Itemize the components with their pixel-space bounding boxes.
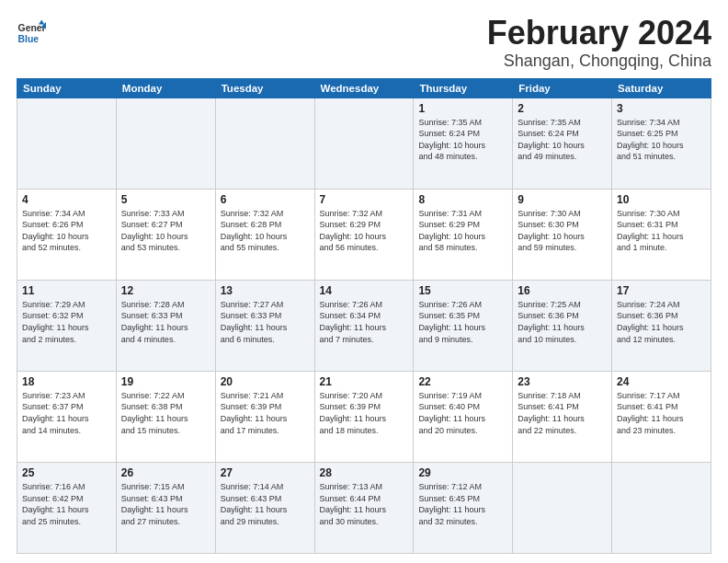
calendar-row-5: 25Sunrise: 7:16 AM Sunset: 6:42 PM Dayli… <box>17 462 711 553</box>
calendar-cell: 20Sunrise: 7:21 AM Sunset: 6:39 PM Dayli… <box>215 371 314 462</box>
header-sunday: Sunday <box>17 78 117 98</box>
calendar-cell: 14Sunrise: 7:26 AM Sunset: 6:34 PM Dayli… <box>314 280 414 371</box>
calendar-cell: 26Sunrise: 7:15 AM Sunset: 6:43 PM Dayli… <box>116 462 215 553</box>
day-number: 24 <box>617 375 706 388</box>
day-number: 15 <box>418 284 507 297</box>
header-wednesday: Wednesday <box>314 78 414 98</box>
calendar-cell <box>17 98 117 189</box>
day-number: 21 <box>320 375 409 388</box>
calendar-row-2: 4Sunrise: 7:34 AM Sunset: 6:26 PM Daylig… <box>17 189 711 280</box>
calendar-cell: 28Sunrise: 7:13 AM Sunset: 6:44 PM Dayli… <box>314 462 414 553</box>
calendar-cell: 12Sunrise: 7:28 AM Sunset: 6:33 PM Dayli… <box>116 280 215 371</box>
calendar-cell: 21Sunrise: 7:20 AM Sunset: 6:39 PM Dayli… <box>314 371 414 462</box>
calendar-cell: 24Sunrise: 7:17 AM Sunset: 6:41 PM Dayli… <box>612 371 711 462</box>
header-friday: Friday <box>513 78 612 98</box>
calendar-cell: 19Sunrise: 7:22 AM Sunset: 6:38 PM Dayli… <box>116 371 215 462</box>
svg-marker-2 <box>39 20 44 25</box>
day-number: 7 <box>320 193 409 206</box>
day-info: Sunrise: 7:32 AM Sunset: 6:28 PM Dayligh… <box>221 208 310 254</box>
day-number: 3 <box>617 102 706 115</box>
calendar-cell: 10Sunrise: 7:30 AM Sunset: 6:31 PM Dayli… <box>612 189 711 280</box>
logo: General Blue <box>17 18 46 48</box>
calendar-cell: 9Sunrise: 7:30 AM Sunset: 6:30 PM Daylig… <box>513 189 612 280</box>
day-info: Sunrise: 7:35 AM Sunset: 6:24 PM Dayligh… <box>518 117 607 163</box>
day-info: Sunrise: 7:32 AM Sunset: 6:29 PM Dayligh… <box>320 208 409 254</box>
day-info: Sunrise: 7:12 AM Sunset: 6:45 PM Dayligh… <box>418 481 507 527</box>
day-info: Sunrise: 7:19 AM Sunset: 6:40 PM Dayligh… <box>418 390 507 436</box>
day-number: 9 <box>518 193 607 206</box>
day-number: 19 <box>121 375 210 388</box>
calendar-cell <box>116 98 215 189</box>
day-number: 20 <box>221 375 310 388</box>
calendar-cell: 17Sunrise: 7:24 AM Sunset: 6:36 PM Dayli… <box>612 280 711 371</box>
day-info: Sunrise: 7:21 AM Sunset: 6:39 PM Dayligh… <box>221 390 310 436</box>
day-info: Sunrise: 7:25 AM Sunset: 6:36 PM Dayligh… <box>518 299 607 345</box>
day-info: Sunrise: 7:31 AM Sunset: 6:29 PM Dayligh… <box>418 208 507 254</box>
header-section: General Blue February 2024 Shangan, Chon… <box>17 15 711 71</box>
calendar-row-4: 18Sunrise: 7:23 AM Sunset: 6:37 PM Dayli… <box>17 371 711 462</box>
calendar-cell: 13Sunrise: 7:27 AM Sunset: 6:33 PM Dayli… <box>215 280 314 371</box>
day-info: Sunrise: 7:26 AM Sunset: 6:35 PM Dayligh… <box>418 299 507 345</box>
day-number: 11 <box>22 284 111 297</box>
logo-icon: General Blue <box>17 18 46 48</box>
svg-text:General: General <box>18 23 46 33</box>
day-info: Sunrise: 7:18 AM Sunset: 6:41 PM Dayligh… <box>518 390 607 436</box>
day-info: Sunrise: 7:35 AM Sunset: 6:24 PM Dayligh… <box>418 117 507 163</box>
day-info: Sunrise: 7:27 AM Sunset: 6:33 PM Dayligh… <box>221 299 310 345</box>
location-title: Shangan, Chongqing, China <box>487 52 711 71</box>
calendar-cell: 18Sunrise: 7:23 AM Sunset: 6:37 PM Dayli… <box>17 371 117 462</box>
day-number: 12 <box>121 284 210 297</box>
calendar-cell <box>612 462 711 553</box>
day-number: 10 <box>617 193 706 206</box>
calendar-cell: 27Sunrise: 7:14 AM Sunset: 6:43 PM Dayli… <box>215 462 314 553</box>
calendar-cell: 7Sunrise: 7:32 AM Sunset: 6:29 PM Daylig… <box>314 189 414 280</box>
day-info: Sunrise: 7:26 AM Sunset: 6:34 PM Dayligh… <box>320 299 409 345</box>
calendar-header-row: Sunday Monday Tuesday Wednesday Thursday… <box>17 78 711 98</box>
day-number: 16 <box>518 284 607 297</box>
day-number: 23 <box>518 375 607 388</box>
header-saturday: Saturday <box>612 78 711 98</box>
calendar-cell: 5Sunrise: 7:33 AM Sunset: 6:27 PM Daylig… <box>116 189 215 280</box>
calendar-row-3: 11Sunrise: 7:29 AM Sunset: 6:32 PM Dayli… <box>17 280 711 371</box>
day-number: 5 <box>121 193 210 206</box>
day-info: Sunrise: 7:22 AM Sunset: 6:38 PM Dayligh… <box>121 390 210 436</box>
day-number: 28 <box>320 466 409 479</box>
day-info: Sunrise: 7:23 AM Sunset: 6:37 PM Dayligh… <box>22 390 111 436</box>
calendar-row-1: 1Sunrise: 7:35 AM Sunset: 6:24 PM Daylig… <box>17 98 711 189</box>
month-title: February 2024 <box>487 15 711 52</box>
calendar-cell: 4Sunrise: 7:34 AM Sunset: 6:26 PM Daylig… <box>17 189 117 280</box>
header-thursday: Thursday <box>414 78 513 98</box>
calendar-cell: 25Sunrise: 7:16 AM Sunset: 6:42 PM Dayli… <box>17 462 117 553</box>
header-monday: Monday <box>116 78 215 98</box>
day-number: 14 <box>320 284 409 297</box>
calendar-cell: 8Sunrise: 7:31 AM Sunset: 6:29 PM Daylig… <box>414 189 513 280</box>
day-number: 27 <box>221 466 310 479</box>
calendar-cell: 22Sunrise: 7:19 AM Sunset: 6:40 PM Dayli… <box>414 371 513 462</box>
day-number: 26 <box>121 466 210 479</box>
calendar-cell <box>513 462 612 553</box>
day-info: Sunrise: 7:33 AM Sunset: 6:27 PM Dayligh… <box>121 208 210 254</box>
title-section: February 2024 Shangan, Chongqing, China <box>487 15 711 71</box>
day-info: Sunrise: 7:30 AM Sunset: 6:30 PM Dayligh… <box>518 208 607 254</box>
day-info: Sunrise: 7:20 AM Sunset: 6:39 PM Dayligh… <box>320 390 409 436</box>
calendar-cell: 11Sunrise: 7:29 AM Sunset: 6:32 PM Dayli… <box>17 280 117 371</box>
header-tuesday: Tuesday <box>215 78 314 98</box>
calendar-cell: 3Sunrise: 7:34 AM Sunset: 6:25 PM Daylig… <box>612 98 711 189</box>
day-info: Sunrise: 7:24 AM Sunset: 6:36 PM Dayligh… <box>617 299 706 345</box>
day-info: Sunrise: 7:15 AM Sunset: 6:43 PM Dayligh… <box>121 481 210 527</box>
calendar-cell: 6Sunrise: 7:32 AM Sunset: 6:28 PM Daylig… <box>215 189 314 280</box>
day-info: Sunrise: 7:29 AM Sunset: 6:32 PM Dayligh… <box>22 299 111 345</box>
calendar-table: Sunday Monday Tuesday Wednesday Thursday… <box>17 78 711 554</box>
day-number: 6 <box>221 193 310 206</box>
day-number: 17 <box>617 284 706 297</box>
day-number: 4 <box>22 193 111 206</box>
calendar-cell: 1Sunrise: 7:35 AM Sunset: 6:24 PM Daylig… <box>414 98 513 189</box>
calendar-cell <box>215 98 314 189</box>
calendar-cell <box>314 98 414 189</box>
day-info: Sunrise: 7:14 AM Sunset: 6:43 PM Dayligh… <box>221 481 310 527</box>
day-info: Sunrise: 7:17 AM Sunset: 6:41 PM Dayligh… <box>617 390 706 436</box>
calendar-cell: 2Sunrise: 7:35 AM Sunset: 6:24 PM Daylig… <box>513 98 612 189</box>
day-number: 18 <box>22 375 111 388</box>
calendar-cell: 15Sunrise: 7:26 AM Sunset: 6:35 PM Dayli… <box>414 280 513 371</box>
day-info: Sunrise: 7:30 AM Sunset: 6:31 PM Dayligh… <box>617 208 706 254</box>
